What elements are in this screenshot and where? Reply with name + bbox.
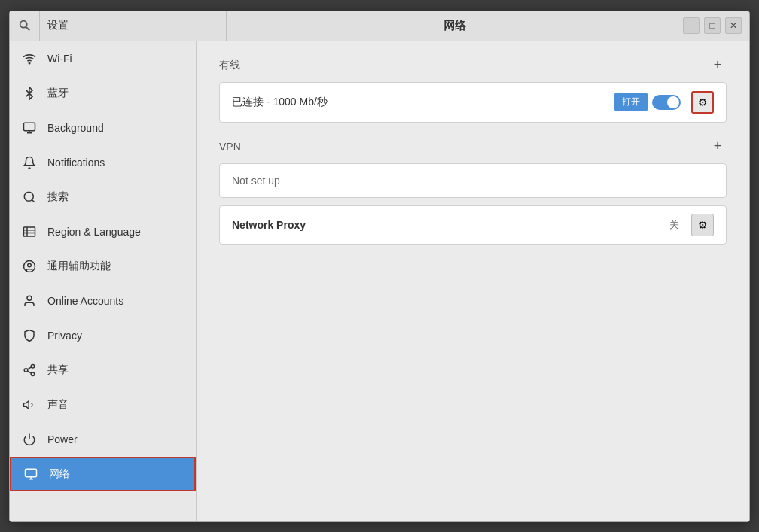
sidebar-item-privacy-label: Privacy: [47, 330, 82, 342]
app-title: 设置: [40, 11, 227, 41]
vpn-add-button[interactable]: +: [709, 138, 727, 156]
sidebar-item-online-accounts-label: Online Accounts: [47, 295, 123, 307]
sidebar-item-search-label: 搜索: [47, 190, 69, 204]
proxy-status-label: 关: [669, 218, 679, 232]
sidebar-item-accessibility[interactable]: 通用辅助功能: [10, 249, 196, 284]
sidebar-item-bluetooth[interactable]: 蓝牙: [10, 76, 196, 111]
accessibility-icon: [22, 259, 37, 274]
sidebar-item-privacy[interactable]: Privacy: [10, 318, 196, 353]
wired-card: 已连接 - 1000 Mb/秒 打开 ⚙: [219, 82, 727, 123]
toggle-on-button[interactable]: 打开: [614, 93, 648, 111]
bluetooth-icon: [22, 86, 37, 101]
main-panel: 有线 + 已连接 - 1000 Mb/秒 打开 ⚙: [197, 41, 749, 521]
svg-rect-17: [26, 469, 37, 477]
privacy-icon: [22, 328, 37, 343]
not-setup-label: Not set up: [232, 175, 280, 187]
toggle-track[interactable]: [652, 95, 681, 110]
sidebar-item-sound-label: 声音: [47, 398, 69, 412]
svg-point-12: [31, 372, 35, 376]
vpn-section-header: VPN +: [219, 138, 727, 156]
toggle-container: 打开 ⚙: [614, 91, 714, 114]
svg-point-0: [20, 21, 26, 28]
proxy-settings-button[interactable]: ⚙: [691, 214, 714, 236]
sharing-icon: [22, 363, 37, 378]
background-icon: [22, 120, 37, 135]
network-icon: [23, 467, 38, 482]
sidebar-item-wifi[interactable]: Wi-Fi: [10, 41, 196, 76]
svg-line-1: [26, 27, 29, 31]
search-button[interactable]: [10, 11, 40, 41]
sidebar-item-notifications[interactable]: Notifications: [10, 145, 196, 180]
svg-point-10: [31, 364, 35, 368]
network-proxy-label: Network Proxy: [232, 219, 669, 231]
sidebar-item-search[interactable]: 搜索: [10, 180, 196, 214]
titlebar: 设置 网络 — □ ✕: [10, 11, 749, 41]
wifi-icon: [22, 51, 37, 66]
svg-point-9: [27, 296, 32, 300]
sidebar-item-bluetooth-label: 蓝牙: [47, 87, 69, 100]
connection-status-label: 已连接 - 1000 Mb/秒: [232, 96, 614, 109]
notifications-icon: [22, 155, 37, 170]
close-button[interactable]: ✕: [725, 17, 742, 34]
sidebar: Wi-Fi 蓝牙 Background: [10, 41, 197, 521]
sidebar-item-region-label: Region & Language: [47, 226, 141, 238]
sidebar-item-region[interactable]: Region & Language: [10, 214, 196, 249]
sidebar-item-accessibility-label: 通用辅助功能: [47, 260, 111, 273]
sidebar-item-notifications-label: Notifications: [47, 157, 105, 169]
wired-label: 有线: [219, 59, 240, 72]
svg-point-11: [24, 368, 28, 372]
svg-point-8: [28, 263, 32, 267]
settings-window: 设置 网络 — □ ✕ Wi-Fi: [9, 11, 750, 522]
wired-connection-row: 已连接 - 1000 Mb/秒 打开 ⚙: [220, 83, 726, 122]
svg-point-4: [24, 192, 33, 201]
sidebar-item-background-label: Background: [47, 122, 104, 134]
wired-section-header: 有线 +: [219, 56, 727, 74]
vpn-label: VPN: [219, 141, 241, 153]
sidebar-item-power-label: Power: [47, 433, 78, 445]
sidebar-item-wifi-label: Wi-Fi: [47, 53, 72, 65]
svg-line-5: [32, 199, 34, 202]
sidebar-item-power[interactable]: Power: [10, 422, 196, 457]
main-content: Wi-Fi 蓝牙 Background: [10, 41, 749, 521]
wired-settings-button[interactable]: ⚙: [691, 91, 714, 114]
online-accounts-icon: [22, 293, 37, 309]
svg-rect-3: [24, 123, 35, 131]
minimize-button[interactable]: —: [683, 17, 700, 34]
power-icon: [22, 432, 37, 447]
sidebar-item-sharing[interactable]: 共享: [10, 353, 196, 388]
svg-line-13: [27, 371, 31, 373]
sidebar-item-sound[interactable]: 声音: [10, 388, 196, 422]
toggle-thumb: [667, 96, 679, 108]
window-controls: — □ ✕: [683, 17, 749, 34]
sidebar-item-network-label: 网络: [49, 467, 70, 481]
search-sidebar-icon: [22, 190, 37, 205]
sidebar-item-network[interactable]: 网络: [10, 457, 196, 491]
svg-marker-15: [24, 400, 29, 409]
window-title: 网络: [227, 19, 683, 33]
sidebar-item-online-accounts[interactable]: Online Accounts: [10, 284, 196, 318]
sidebar-item-sharing-label: 共享: [47, 363, 69, 377]
maximize-button[interactable]: □: [704, 17, 721, 34]
network-proxy-row: Network Proxy 关 ⚙: [219, 205, 727, 245]
svg-rect-6: [24, 227, 35, 236]
region-icon: [22, 224, 37, 239]
sidebar-item-background[interactable]: Background: [10, 111, 196, 145]
svg-line-14: [27, 366, 31, 369]
vpn-not-setup-card: Not set up: [219, 163, 727, 198]
vpn-section: VPN + Not set up Network Proxy 关 ⚙: [219, 138, 727, 245]
wired-add-button[interactable]: +: [709, 56, 727, 74]
svg-point-2: [29, 62, 30, 64]
sound-icon: [22, 397, 37, 412]
